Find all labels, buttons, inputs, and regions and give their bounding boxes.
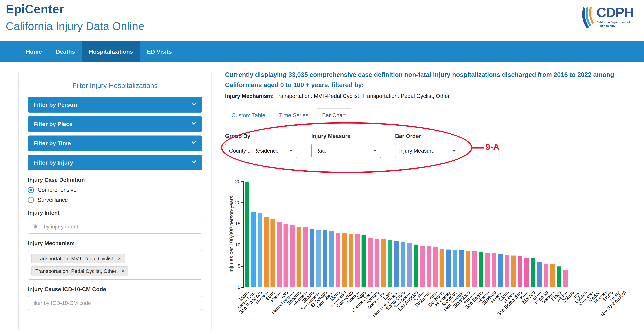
bar-mendocino[interactable]: [381, 239, 386, 287]
bar-alpine[interactable]: [563, 270, 568, 287]
filter-accordions: Filter by PersonFilter by PlaceFilter by…: [28, 97, 202, 170]
bar-santa-barbara[interactable]: [290, 225, 295, 287]
mechanism-tag[interactable]: Transportation: MVT-Pedal Cyclist×: [31, 254, 125, 263]
control-bar-order: Bar OrderInjury Measure▼: [395, 133, 460, 158]
nav-item-deaths[interactable]: Deaths: [49, 41, 82, 62]
mechanism-tag[interactable]: Transportation: Pedal Cyclist, Other×: [31, 266, 128, 276]
bar-los-angeles[interactable]: [414, 245, 418, 287]
bar-marin[interactable]: [244, 182, 249, 287]
bar-imperial[interactable]: [544, 264, 548, 287]
y-tick-mark: [241, 181, 244, 182]
nav-item-home[interactable]: Home: [19, 41, 49, 62]
cdph-logo-text: CDPH California Department of Public Hea…: [596, 6, 633, 28]
bar-san-bernardino[interactable]: [518, 256, 522, 287]
app-subtitle: California Injury Data Online: [6, 20, 144, 32]
bar-yuba[interactable]: [433, 247, 438, 287]
tab-custom-table[interactable]: Custom Table: [225, 108, 272, 123]
close-icon[interactable]: ×: [118, 256, 121, 261]
bar-san-francisco[interactable]: [258, 213, 262, 287]
bar-kings[interactable]: [556, 266, 561, 287]
bar-san-luis-obispo[interactable]: [394, 241, 399, 287]
bar-del-norte[interactable]: [440, 249, 444, 287]
bar-ventura[interactable]: [374, 239, 379, 287]
bar-santa-clara[interactable]: [400, 242, 405, 287]
active-filter-label: Injury Mechanism:: [225, 93, 274, 99]
bar-nevada[interactable]: [264, 217, 269, 287]
tab-time-series[interactable]: Time Series: [272, 108, 315, 123]
bar-sacramento[interactable]: [316, 230, 321, 287]
bar-order-select[interactable]: Injury Measure▼: [395, 144, 460, 158]
bar-riverside[interactable]: [452, 250, 457, 287]
bar-contra-costa[interactable]: [368, 238, 373, 287]
accordion-filter-by-injury[interactable]: Filter by Injury: [28, 155, 202, 170]
cdph-logo-icon: [580, 6, 596, 32]
bar-napa[interactable]: [362, 235, 366, 287]
case-definition-option-surveillance[interactable]: Surveillance: [28, 197, 202, 203]
tab-bar-chart[interactable]: Bar Chart: [316, 108, 352, 123]
accordion-filter-by-time[interactable]: Filter by Time: [28, 136, 202, 151]
y-tick-mark: [241, 202, 244, 203]
bar-san-mateo[interactable]: [407, 243, 412, 287]
bar-sonoma[interactable]: [296, 227, 301, 287]
bar-sutter[interactable]: [420, 246, 425, 287]
y-tick-mark: [241, 245, 244, 245]
bar-san-joaquin[interactable]: [459, 250, 464, 287]
y-tick-mark: [241, 224, 244, 224]
mechanism-tag-label: Transportation: MVT-Pedal Cyclist: [36, 256, 113, 262]
accordion-label: Filter by Injury: [34, 159, 73, 166]
y-tick-label: 0: [229, 285, 240, 290]
injury-mechanism-label: Injury Mechanism: [28, 240, 202, 246]
bar-kern[interactable]: [524, 258, 529, 287]
bar-san-benito[interactable]: [478, 252, 483, 287]
injury-intent-input[interactable]: [28, 220, 202, 234]
bar-humboldt[interactable]: [342, 233, 347, 287]
mechanism-tag-label: Transportation: Pedal Cyclist, Other: [36, 268, 116, 274]
bar-santa-cruz[interactable]: [251, 212, 256, 287]
injury-measure-select[interactable]: Rate: [311, 144, 381, 158]
accordion-filter-by-place[interactable]: Filter by Place: [28, 116, 202, 132]
bar-mono[interactable]: [336, 233, 340, 287]
bar-tehama[interactable]: [485, 253, 490, 287]
y-tick-mark: [241, 266, 244, 266]
radio-label: Comprehensive: [38, 187, 76, 193]
bar-monterey[interactable]: [446, 250, 451, 287]
bar-san-diego[interactable]: [329, 231, 334, 287]
bar-orange[interactable]: [355, 234, 360, 287]
y-tick-label: 10: [229, 242, 240, 248]
bar-solano[interactable]: [511, 256, 516, 287]
bar-merced[interactable]: [530, 258, 535, 287]
chevron-down-icon: [373, 148, 377, 154]
bar-placer[interactable]: [277, 222, 282, 287]
bar-amador[interactable]: [472, 251, 477, 287]
bar-shasta[interactable]: [310, 229, 314, 287]
group-by-select[interactable]: County of Residence: [225, 144, 298, 158]
bar-tulare[interactable]: [537, 262, 542, 287]
radio-label: Surveillance: [38, 197, 68, 203]
bar-tuolumne[interactable]: [427, 246, 431, 287]
bar-el-dorado[interactable]: [322, 230, 327, 287]
bar-glenn[interactable]: [505, 255, 509, 287]
close-icon[interactable]: ×: [121, 269, 124, 274]
accordion-label: Filter by Place: [34, 121, 72, 127]
cdph-caption: California Department of Public Health: [596, 20, 633, 28]
bar-stanislaus[interactable]: [466, 251, 470, 287]
nav-item-ed-visits[interactable]: ED Visits: [140, 41, 179, 62]
bar-butte[interactable]: [270, 219, 275, 287]
bar-fresno[interactable]: [498, 254, 503, 287]
chart-plot-area: 0510152025: [243, 181, 627, 287]
chart-controls: Group ByCounty of ResidenceInjury Measur…: [225, 133, 634, 158]
nav-item-hospitalizations[interactable]: Hospitalizations: [82, 41, 140, 62]
radio-button-surveillance[interactable]: [28, 197, 34, 203]
control-label-bar-order: Bar Order: [395, 133, 460, 139]
bar-yolo[interactable]: [284, 224, 288, 287]
bar-lake[interactable]: [388, 240, 392, 287]
bar-madera[interactable]: [550, 264, 555, 287]
bar-alameda[interactable]: [303, 227, 308, 287]
case-definition-option-comprehensive[interactable]: Comprehensive: [28, 187, 202, 193]
radio-button-comprehensive[interactable]: [28, 187, 34, 193]
accordion-filter-by-person[interactable]: Filter by Person: [28, 97, 202, 113]
bar-siskiyou[interactable]: [492, 253, 496, 287]
icd-code-input[interactable]: [28, 296, 202, 310]
bar-calaveras[interactable]: [349, 234, 353, 287]
mechanism-tagbox[interactable]: Transportation: MVT-Pedal Cyclist×Transp…: [28, 250, 202, 280]
